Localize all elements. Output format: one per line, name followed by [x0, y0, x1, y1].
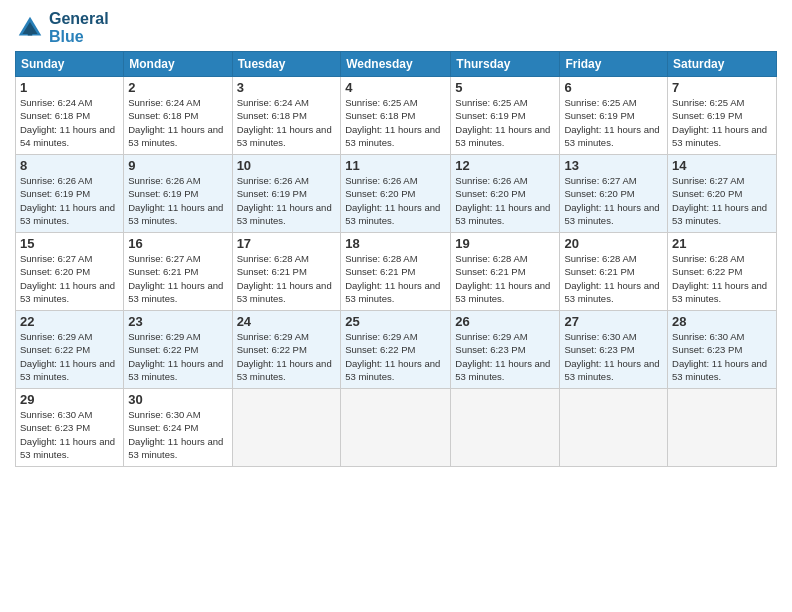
- day-number: 30: [128, 392, 227, 407]
- day-info: Sunrise: 6:27 AMSunset: 6:20 PMDaylight:…: [564, 174, 663, 227]
- day-number: 4: [345, 80, 446, 95]
- calendar-week-row: 8Sunrise: 6:26 AMSunset: 6:19 PMDaylight…: [16, 155, 777, 233]
- weekday-header: Tuesday: [232, 52, 341, 77]
- day-info: Sunrise: 6:27 AMSunset: 6:20 PMDaylight:…: [20, 252, 119, 305]
- day-info: Sunrise: 6:30 AMSunset: 6:23 PMDaylight:…: [564, 330, 663, 383]
- calendar-cell: 17Sunrise: 6:28 AMSunset: 6:21 PMDayligh…: [232, 233, 341, 311]
- weekday-header: Monday: [124, 52, 232, 77]
- day-info: Sunrise: 6:25 AMSunset: 6:19 PMDaylight:…: [455, 96, 555, 149]
- page: General Blue SundayMondayTuesdayWednesda…: [0, 0, 792, 612]
- day-number: 2: [128, 80, 227, 95]
- calendar-cell: 30Sunrise: 6:30 AMSunset: 6:24 PMDayligh…: [124, 389, 232, 467]
- day-info: Sunrise: 6:28 AMSunset: 6:21 PMDaylight:…: [564, 252, 663, 305]
- day-number: 11: [345, 158, 446, 173]
- calendar-cell: 1Sunrise: 6:24 AMSunset: 6:18 PMDaylight…: [16, 77, 124, 155]
- day-info: Sunrise: 6:24 AMSunset: 6:18 PMDaylight:…: [237, 96, 337, 149]
- calendar-cell: [232, 389, 341, 467]
- calendar-cell: 18Sunrise: 6:28 AMSunset: 6:21 PMDayligh…: [341, 233, 451, 311]
- calendar-cell: 15Sunrise: 6:27 AMSunset: 6:20 PMDayligh…: [16, 233, 124, 311]
- calendar-cell: 28Sunrise: 6:30 AMSunset: 6:23 PMDayligh…: [668, 311, 777, 389]
- day-number: 27: [564, 314, 663, 329]
- day-info: Sunrise: 6:30 AMSunset: 6:23 PMDaylight:…: [672, 330, 772, 383]
- calendar-cell: 10Sunrise: 6:26 AMSunset: 6:19 PMDayligh…: [232, 155, 341, 233]
- calendar-cell: 6Sunrise: 6:25 AMSunset: 6:19 PMDaylight…: [560, 77, 668, 155]
- day-number: 28: [672, 314, 772, 329]
- calendar-cell: [668, 389, 777, 467]
- day-info: Sunrise: 6:25 AMSunset: 6:19 PMDaylight:…: [564, 96, 663, 149]
- calendar-cell: 8Sunrise: 6:26 AMSunset: 6:19 PMDaylight…: [16, 155, 124, 233]
- calendar-cell: 12Sunrise: 6:26 AMSunset: 6:20 PMDayligh…: [451, 155, 560, 233]
- day-number: 5: [455, 80, 555, 95]
- day-info: Sunrise: 6:28 AMSunset: 6:21 PMDaylight:…: [455, 252, 555, 305]
- day-info: Sunrise: 6:24 AMSunset: 6:18 PMDaylight:…: [128, 96, 227, 149]
- calendar-cell: [560, 389, 668, 467]
- day-number: 24: [237, 314, 337, 329]
- calendar-cell: 9Sunrise: 6:26 AMSunset: 6:19 PMDaylight…: [124, 155, 232, 233]
- day-info: Sunrise: 6:29 AMSunset: 6:22 PMDaylight:…: [128, 330, 227, 383]
- logo: General Blue: [15, 10, 109, 45]
- day-info: Sunrise: 6:28 AMSunset: 6:21 PMDaylight:…: [237, 252, 337, 305]
- calendar-cell: 25Sunrise: 6:29 AMSunset: 6:22 PMDayligh…: [341, 311, 451, 389]
- day-info: Sunrise: 6:30 AMSunset: 6:23 PMDaylight:…: [20, 408, 119, 461]
- day-info: Sunrise: 6:26 AMSunset: 6:20 PMDaylight:…: [345, 174, 446, 227]
- calendar-cell: [341, 389, 451, 467]
- day-number: 23: [128, 314, 227, 329]
- day-number: 6: [564, 80, 663, 95]
- day-number: 15: [20, 236, 119, 251]
- day-info: Sunrise: 6:28 AMSunset: 6:22 PMDaylight:…: [672, 252, 772, 305]
- day-number: 3: [237, 80, 337, 95]
- day-number: 7: [672, 80, 772, 95]
- day-info: Sunrise: 6:30 AMSunset: 6:24 PMDaylight:…: [128, 408, 227, 461]
- day-info: Sunrise: 6:27 AMSunset: 6:20 PMDaylight:…: [672, 174, 772, 227]
- day-number: 21: [672, 236, 772, 251]
- day-number: 13: [564, 158, 663, 173]
- day-number: 22: [20, 314, 119, 329]
- day-number: 10: [237, 158, 337, 173]
- calendar-cell: 29Sunrise: 6:30 AMSunset: 6:23 PMDayligh…: [16, 389, 124, 467]
- calendar-week-row: 29Sunrise: 6:30 AMSunset: 6:23 PMDayligh…: [16, 389, 777, 467]
- day-number: 19: [455, 236, 555, 251]
- weekday-header: Wednesday: [341, 52, 451, 77]
- day-number: 20: [564, 236, 663, 251]
- day-info: Sunrise: 6:26 AMSunset: 6:20 PMDaylight:…: [455, 174, 555, 227]
- logo-text: General Blue: [49, 10, 109, 45]
- day-number: 8: [20, 158, 119, 173]
- calendar-cell: 5Sunrise: 6:25 AMSunset: 6:19 PMDaylight…: [451, 77, 560, 155]
- day-info: Sunrise: 6:24 AMSunset: 6:18 PMDaylight:…: [20, 96, 119, 149]
- calendar-cell: 2Sunrise: 6:24 AMSunset: 6:18 PMDaylight…: [124, 77, 232, 155]
- calendar-cell: [451, 389, 560, 467]
- day-number: 25: [345, 314, 446, 329]
- day-info: Sunrise: 6:26 AMSunset: 6:19 PMDaylight:…: [237, 174, 337, 227]
- calendar-cell: 4Sunrise: 6:25 AMSunset: 6:18 PMDaylight…: [341, 77, 451, 155]
- calendar-week-row: 1Sunrise: 6:24 AMSunset: 6:18 PMDaylight…: [16, 77, 777, 155]
- calendar-cell: 27Sunrise: 6:30 AMSunset: 6:23 PMDayligh…: [560, 311, 668, 389]
- weekday-header: Thursday: [451, 52, 560, 77]
- day-info: Sunrise: 6:29 AMSunset: 6:23 PMDaylight:…: [455, 330, 555, 383]
- day-info: Sunrise: 6:27 AMSunset: 6:21 PMDaylight:…: [128, 252, 227, 305]
- calendar: SundayMondayTuesdayWednesdayThursdayFrid…: [15, 51, 777, 467]
- weekday-header: Saturday: [668, 52, 777, 77]
- calendar-cell: 13Sunrise: 6:27 AMSunset: 6:20 PMDayligh…: [560, 155, 668, 233]
- weekday-header: Sunday: [16, 52, 124, 77]
- day-info: Sunrise: 6:29 AMSunset: 6:22 PMDaylight:…: [345, 330, 446, 383]
- calendar-cell: 7Sunrise: 6:25 AMSunset: 6:19 PMDaylight…: [668, 77, 777, 155]
- day-number: 16: [128, 236, 227, 251]
- day-number: 26: [455, 314, 555, 329]
- day-number: 14: [672, 158, 772, 173]
- calendar-cell: 24Sunrise: 6:29 AMSunset: 6:22 PMDayligh…: [232, 311, 341, 389]
- calendar-cell: 22Sunrise: 6:29 AMSunset: 6:22 PMDayligh…: [16, 311, 124, 389]
- calendar-cell: 21Sunrise: 6:28 AMSunset: 6:22 PMDayligh…: [668, 233, 777, 311]
- day-info: Sunrise: 6:26 AMSunset: 6:19 PMDaylight:…: [128, 174, 227, 227]
- logo-icon: [15, 13, 45, 43]
- day-info: Sunrise: 6:25 AMSunset: 6:18 PMDaylight:…: [345, 96, 446, 149]
- calendar-cell: 20Sunrise: 6:28 AMSunset: 6:21 PMDayligh…: [560, 233, 668, 311]
- day-number: 29: [20, 392, 119, 407]
- weekday-header: Friday: [560, 52, 668, 77]
- svg-rect-2: [28, 29, 33, 35]
- calendar-cell: 19Sunrise: 6:28 AMSunset: 6:21 PMDayligh…: [451, 233, 560, 311]
- calendar-cell: 26Sunrise: 6:29 AMSunset: 6:23 PMDayligh…: [451, 311, 560, 389]
- calendar-cell: 14Sunrise: 6:27 AMSunset: 6:20 PMDayligh…: [668, 155, 777, 233]
- day-info: Sunrise: 6:29 AMSunset: 6:22 PMDaylight:…: [20, 330, 119, 383]
- day-number: 12: [455, 158, 555, 173]
- day-number: 1: [20, 80, 119, 95]
